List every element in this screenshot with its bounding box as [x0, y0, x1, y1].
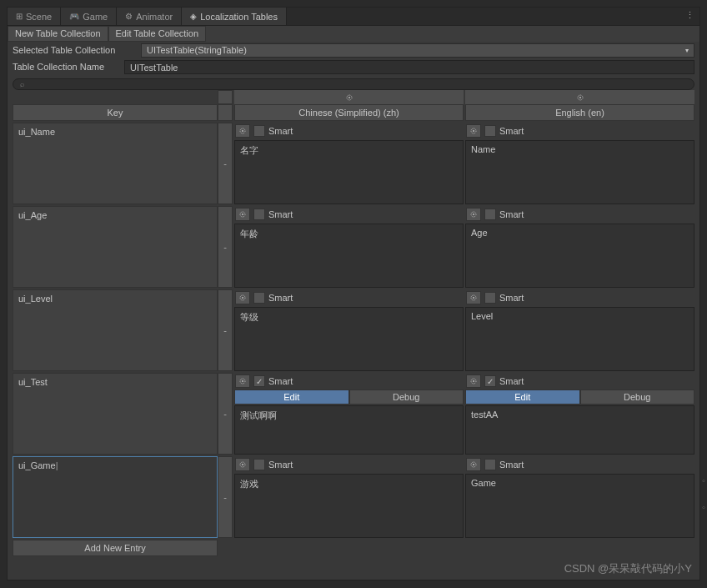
drag-handle[interactable]: - — [218, 123, 233, 204]
value-input-en[interactable]: Game — [465, 474, 694, 538]
localization-icon: ◈ — [190, 12, 197, 21]
smart-checkbox[interactable] — [253, 459, 265, 470]
target-icon — [238, 293, 248, 303]
lang-cell-en: Smart Age — [465, 206, 694, 288]
target-icon — [469, 209, 479, 219]
lang-cell-zh: ✓ Smart Edit Debug 测试啊啊 — [234, 373, 464, 455]
edit-tab-button[interactable]: Edit — [234, 389, 349, 405]
svg-point-17 — [242, 380, 243, 382]
target-icon — [469, 460, 479, 470]
svg-point-15 — [473, 297, 474, 299]
smart-checkbox[interactable] — [253, 292, 265, 304]
table-header-row1 — [13, 90, 694, 104]
debug-tab-button[interactable]: Debug — [349, 389, 464, 405]
value-input-en[interactable]: Age — [465, 224, 694, 288]
locale-options-button[interactable] — [466, 458, 481, 471]
locale-options-button[interactable] — [235, 291, 250, 304]
smart-label: Smart — [268, 460, 293, 470]
value-input-zh[interactable]: 等级 — [234, 307, 464, 371]
add-new-entry-button[interactable]: Add New Entry — [13, 540, 218, 556]
smart-checkbox[interactable] — [484, 125, 496, 137]
smart-label: Smart — [268, 293, 293, 303]
locale-options-button[interactable] — [466, 124, 481, 138]
drag-handle[interactable]: - — [218, 373, 233, 455]
key-cell[interactable]: ui_Test — [13, 373, 218, 455]
svg-point-23 — [473, 464, 474, 465]
edit-debug-row: Edit Debug — [465, 389, 694, 405]
sub-tab-edit[interactable]: Edit Table Collection — [108, 26, 206, 42]
drag-handle[interactable]: - — [218, 456, 233, 538]
sub-tab-new[interactable]: New Table Collection — [8, 26, 108, 42]
locale-options-button[interactable] — [466, 208, 481, 221]
value-input-en[interactable]: Level — [465, 307, 694, 371]
value-input-zh[interactable]: 名字 — [234, 140, 464, 204]
locale-options-button[interactable] — [466, 291, 481, 304]
selected-collection-label: Selected Table Collection — [13, 45, 136, 55]
selected-collection-row: Selected Table Collection UITestTable(St… — [8, 42, 699, 58]
smart-checkbox[interactable] — [253, 125, 265, 137]
collection-name-input[interactable]: UITestTable — [124, 60, 694, 74]
tab-animator[interactable]: ⚙ Animator — [117, 8, 182, 25]
target-icon — [469, 376, 479, 386]
drag-handle[interactable]: - — [218, 206, 233, 288]
tab-localization[interactable]: ◈ Localization Tables — [182, 8, 287, 25]
smart-label: Smart — [268, 126, 293, 136]
target-icon — [238, 460, 248, 470]
smart-label: Smart — [499, 126, 524, 136]
tab-label: Animator — [136, 12, 173, 22]
localization-panel: ⊞ Scene 🎮 Game ⚙ Animator ◈ Localization… — [7, 7, 700, 580]
lang-header-en[interactable]: English (en) — [465, 104, 694, 121]
tab-label: Localization Tables — [200, 12, 278, 22]
lang-cell-en: Smart Name — [465, 123, 694, 204]
value-input-en[interactable]: Name — [465, 140, 694, 204]
edit-tab-button[interactable]: Edit — [465, 389, 580, 405]
value-input-zh[interactable]: 测试啊啊 — [234, 405, 464, 455]
smart-checkbox[interactable] — [484, 292, 496, 304]
tab-scene[interactable]: ⊞ Scene — [8, 8, 61, 25]
smart-row: Smart — [234, 123, 464, 139]
svg-point-1 — [348, 97, 350, 98]
locale-options-button[interactable] — [235, 374, 250, 388]
smart-checkbox[interactable] — [253, 209, 265, 220]
table-row: ui_Level - Smart 等级 Smart Level — [13, 289, 694, 371]
smart-checkbox[interactable] — [484, 209, 496, 220]
side-icon: ◦ — [702, 475, 705, 485]
smart-checkbox[interactable]: ✓ — [253, 375, 265, 387]
smart-checkbox[interactable]: ✓ — [484, 375, 496, 387]
lang-cell-zh: Smart 年龄 — [234, 206, 464, 288]
locale-options-button[interactable] — [235, 208, 250, 221]
drag-column[interactable] — [218, 90, 233, 104]
edit-debug-row: Edit Debug — [234, 389, 464, 405]
locale-options-button[interactable] — [235, 458, 250, 471]
lang-header-zh[interactable]: Chinese (Simplified) (zh) — [234, 104, 464, 121]
key-header: Key — [13, 104, 218, 121]
key-cell[interactable]: ui_Age — [13, 206, 218, 288]
value-input-zh[interactable]: 年龄 — [234, 224, 464, 288]
value-input-zh[interactable]: 游戏 — [234, 474, 464, 538]
chevron-down-icon: ▾ — [685, 47, 689, 54]
key-cell[interactable]: ui_Name — [13, 123, 218, 204]
smart-row: Smart — [234, 456, 464, 473]
search-input[interactable]: ⌕ — [13, 78, 694, 90]
key-cell[interactable]: ui_Game| — [13, 456, 218, 538]
kebab-icon[interactable]: ⋮ — [685, 10, 694, 21]
lang-header-zh-top[interactable] — [234, 90, 464, 104]
locale-options-button[interactable] — [466, 374, 481, 388]
collection-name-row: Table Collection Name UITestTable — [8, 58, 699, 75]
selected-collection-dropdown[interactable]: UITestTable(StringTable) ▾ — [141, 43, 694, 58]
svg-point-19 — [473, 380, 474, 382]
tab-game[interactable]: 🎮 Game — [61, 8, 117, 25]
key-cell[interactable]: ui_Level — [13, 289, 218, 371]
smart-label: Smart — [499, 376, 524, 386]
debug-tab-button[interactable]: Debug — [580, 389, 695, 405]
smart-label: Smart — [268, 376, 293, 386]
svg-point-3 — [579, 97, 581, 98]
locale-options-button[interactable] — [235, 124, 250, 138]
sub-tab-bar: New Table Collection Edit Table Collecti… — [8, 26, 699, 42]
lang-header-en-top[interactable] — [465, 90, 694, 104]
smart-checkbox[interactable] — [484, 459, 496, 470]
drag-column[interactable] — [218, 104, 233, 121]
table-row: ui_Name - Smart 名字 Smart Name — [13, 123, 694, 204]
drag-handle[interactable]: - — [218, 289, 233, 371]
value-input-en[interactable]: testAA — [465, 405, 694, 455]
